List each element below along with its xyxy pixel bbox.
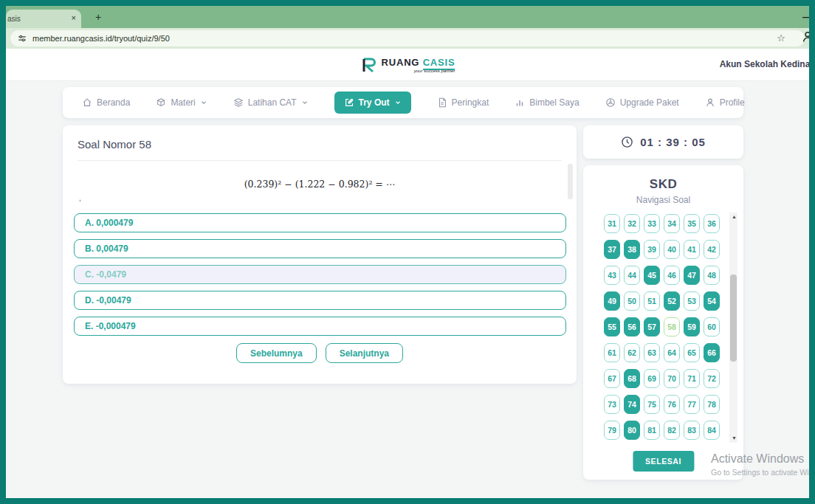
bookmark-star-icon[interactable]: ☆ [777, 32, 785, 44]
question-number-65[interactable]: 65 [684, 343, 700, 362]
nav-item-latihan-cat[interactable]: Latihan CAT [233, 97, 309, 108]
question-number-82[interactable]: 82 [664, 421, 680, 440]
question-number-58[interactable]: 58 [664, 317, 680, 336]
question-number-63[interactable]: 63 [644, 343, 660, 362]
answer-option-b[interactable]: B. 0,00479 [74, 239, 566, 258]
grid-scrollbar-thumb[interactable] [730, 275, 737, 362]
question-number-35[interactable]: 35 [684, 214, 700, 233]
question-number-67[interactable]: 67 [604, 369, 620, 388]
question-number-76[interactable]: 76 [664, 395, 680, 414]
question-number-83[interactable]: 83 [684, 421, 700, 440]
question-number-74[interactable]: 74 [624, 395, 640, 414]
question-number-48[interactable]: 48 [704, 266, 720, 285]
question-number-75[interactable]: 75 [644, 395, 660, 414]
answer-option-e[interactable]: E. -0,000479 [74, 317, 566, 336]
question-number-49[interactable]: 49 [604, 291, 620, 311]
question-number-71[interactable]: 71 [684, 369, 700, 388]
new-tab-button[interactable]: + [95, 11, 101, 23]
nav-item-beranda[interactable]: Beranda [82, 97, 130, 108]
question-number-47[interactable]: 47 [684, 266, 700, 285]
teal-frame: asis × + — member.ruangcasis.id/tryout/q… [0, 0, 815, 504]
question-number-44[interactable]: 44 [624, 266, 640, 285]
scroll-up-icon[interactable]: ▲ [732, 214, 737, 219]
browser-tab[interactable]: asis × [6, 10, 81, 28]
answer-option-d[interactable]: D. -0,00479 [74, 291, 566, 310]
question-number-55[interactable]: 55 [604, 317, 620, 336]
question-number-41[interactable]: 41 [684, 240, 700, 259]
question-number-52[interactable]: 52 [664, 291, 680, 311]
question-number-56[interactable]: 56 [624, 317, 640, 336]
question-number-53[interactable]: 53 [684, 291, 700, 311]
question-number-39[interactable]: 39 [644, 240, 660, 259]
question-number-81[interactable]: 81 [644, 421, 660, 440]
question-grid-wrap: 3132333435363738394041424344454647484950… [604, 214, 721, 441]
next-button[interactable]: Selanjutnya [326, 343, 403, 363]
browser-url-row: member.ruangcasis.id/tryout/quiz/9/50 ☆ [6, 28, 809, 49]
question-number-33[interactable]: 33 [644, 214, 660, 233]
question-number-57[interactable]: 57 [644, 317, 660, 336]
question-number-72[interactable]: 72 [704, 369, 720, 388]
browser-profile-icon[interactable] [801, 30, 809, 44]
question-number-43[interactable]: 43 [604, 266, 620, 285]
chart-icon [515, 97, 525, 108]
nav-item-materi[interactable]: Materi [156, 97, 207, 108]
nav-item-bimbel-saya[interactable]: Bimbel Saya [515, 97, 579, 108]
nav-item-try-out[interactable]: Try Out [334, 92, 411, 114]
question-number-80[interactable]: 80 [624, 421, 640, 440]
finish-button[interactable]: SELESAI [633, 451, 694, 472]
nav-item-profile[interactable]: Profile [705, 97, 745, 108]
nav-item-peringkat[interactable]: Peringkat [437, 97, 489, 108]
question-number-59[interactable]: 59 [684, 317, 700, 336]
answer-option-a[interactable]: A. 0,000479 [74, 213, 566, 232]
nav-item-label: Upgrade Paket [620, 97, 679, 108]
question-number-66[interactable]: 66 [704, 343, 720, 362]
question-number-32[interactable]: 32 [624, 214, 640, 233]
question-number-34[interactable]: 34 [664, 214, 680, 233]
question-number-79[interactable]: 79 [604, 421, 620, 440]
question-number-69[interactable]: 69 [644, 369, 660, 388]
question-grid: 3132333435363738394041424344454647484950… [604, 214, 721, 440]
timer-card: 01 : 39 : 05 [583, 125, 743, 159]
nav-item-label: Beranda [97, 97, 130, 108]
question-number-73[interactable]: 73 [604, 395, 620, 414]
site-settings-icon[interactable] [17, 33, 27, 44]
timer-value: 01 : 39 : 05 [640, 136, 706, 148]
question-number-46[interactable]: 46 [664, 266, 680, 285]
question-number-37[interactable]: 37 [604, 240, 620, 259]
question-scrollbar[interactable] [568, 164, 573, 199]
question-number-40[interactable]: 40 [664, 240, 680, 259]
wheel-icon [605, 97, 616, 108]
question-number-61[interactable]: 61 [604, 343, 620, 362]
question-number-78[interactable]: 78 [704, 395, 720, 414]
previous-button[interactable]: Sebelumnya [236, 343, 317, 363]
answer-option-c[interactable]: C. -0,0479 [74, 265, 566, 284]
question-number-51[interactable]: 51 [644, 291, 660, 311]
question-number-54[interactable]: 54 [704, 291, 720, 311]
logo-tagline: your success partner [382, 69, 455, 73]
account-label[interactable]: Akun Sekolah Kedinas [720, 59, 809, 69]
question-number-36[interactable]: 36 [704, 214, 720, 233]
question-number-62[interactable]: 62 [624, 343, 640, 362]
question-number-38[interactable]: 38 [624, 240, 640, 259]
browser-tab-bar: asis × + — [6, 6, 809, 28]
question-number-31[interactable]: 31 [604, 214, 620, 233]
scroll-down-icon[interactable]: ▼ [732, 435, 737, 441]
question-number-70[interactable]: 70 [664, 369, 680, 388]
logo[interactable]: RUANG CASIS your success partner [6, 49, 809, 81]
question-formula: (0.239)² − (1.222 − 0.982)² = ⋯ [78, 179, 562, 190]
question-number-45[interactable]: 45 [644, 266, 660, 285]
nav-item-label: Try Out [359, 97, 390, 108]
url-text[interactable]: member.ruangcasis.id/tryout/quiz/9/50 [32, 34, 170, 43]
question-number-60[interactable]: 60 [704, 317, 720, 336]
question-number-50[interactable]: 50 [624, 291, 640, 311]
question-number-77[interactable]: 77 [684, 395, 700, 414]
address-bar[interactable]: member.ruangcasis.id/tryout/quiz/9/50 ☆ [10, 30, 805, 46]
minimize-icon[interactable]: — [802, 12, 809, 22]
close-icon[interactable]: × [72, 13, 76, 22]
nav-item-upgrade-paket[interactable]: Upgrade Paket [605, 97, 679, 108]
question-number-64[interactable]: 64 [664, 343, 680, 362]
question-number-84[interactable]: 84 [704, 421, 720, 440]
chevron-down-icon [200, 99, 207, 106]
question-number-68[interactable]: 68 [624, 369, 640, 388]
question-number-42[interactable]: 42 [704, 240, 720, 259]
